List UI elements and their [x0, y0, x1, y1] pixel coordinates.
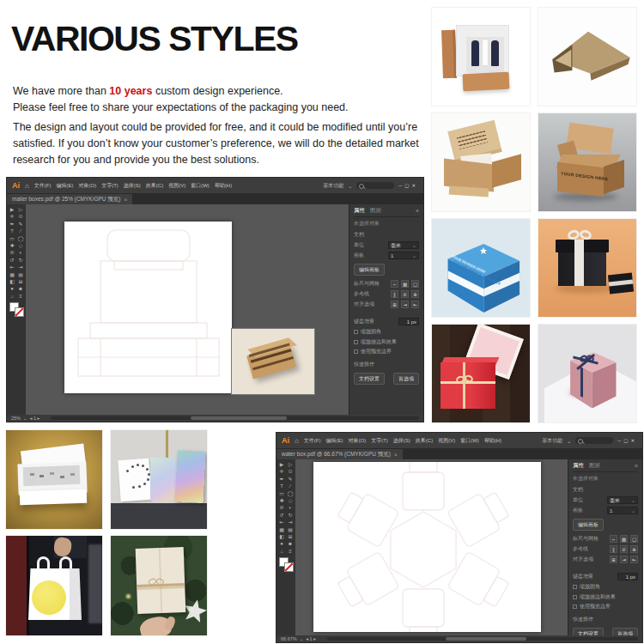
menu-item[interactable]: 文字(T) [371, 437, 388, 445]
fill-stroke-swatches[interactable] [279, 557, 294, 572]
home-icon[interactable]: ⌂ [295, 437, 299, 445]
tool-icon[interactable]: ◇ [19, 242, 23, 249]
guides-icon[interactable]: ∥ [610, 545, 617, 553]
window-controls[interactable]: ─▢✕ [617, 438, 637, 443]
ruler-grid-icon[interactable]: ⌐ [610, 535, 617, 543]
menu-item[interactable]: 选择(S) [124, 182, 141, 190]
menu-item[interactable]: 对象(O) [349, 437, 367, 445]
tool-icon[interactable]: ✚ [279, 497, 283, 504]
artboard-select[interactable]: 1⌄ [607, 507, 638, 514]
tool-icon[interactable]: ✛ [9, 213, 14, 220]
menu-item[interactable]: 窗口(W) [191, 182, 210, 190]
canvas[interactable] [295, 459, 568, 635]
tool-icon[interactable]: ✒ [9, 221, 14, 228]
checkbox[interactable] [354, 340, 358, 344]
tool-icon[interactable]: ⇥ [288, 519, 292, 526]
tool-icon[interactable]: ∕ [20, 228, 21, 234]
tool-icon[interactable]: ▦ [9, 271, 15, 278]
menu-item[interactable]: 对象(O) [79, 182, 97, 190]
menu-item[interactable]: 帮助(H) [484, 437, 501, 445]
ruler-grid-icon[interactable]: ▦ [401, 280, 409, 288]
tool-icon[interactable]: ● [280, 540, 283, 547]
tool-icon[interactable]: ⊞ [18, 278, 22, 285]
workspace-switcher[interactable]: 基本功能 [542, 437, 562, 445]
guides-icon[interactable]: ⊕ [411, 290, 419, 298]
menu-item[interactable]: 编辑(E) [57, 182, 74, 190]
tool-icon[interactable]: ● [10, 285, 14, 292]
document-tab[interactable]: mailer boxes.pdf @ 25% (CMYK/GPU 预览)× [7, 194, 132, 204]
menu-item[interactable]: 文件(F) [34, 182, 52, 190]
stroke-swatch[interactable] [15, 307, 24, 317]
tool-icon[interactable]: ◐ [19, 249, 22, 256]
panel-tab[interactable]: 属性 [573, 462, 584, 470]
panel-tab[interactable]: 属性 [354, 207, 365, 215]
ruler-grid-icon[interactable]: ⌐ [391, 280, 398, 288]
horizontal-scrollbar[interactable] [327, 637, 638, 641]
snap-icon[interactable]: ⊞ [610, 556, 617, 563]
tool-icon[interactable]: ▶ [10, 206, 15, 213]
menu-item[interactable]: 效果(C) [416, 437, 433, 445]
document-tab[interactable]: water box.pdf @ 66.67% (CMYK/GPU 预览)× [276, 449, 403, 459]
tool-icon[interactable]: ↻ [288, 512, 292, 519]
tool-icon[interactable]: T [10, 228, 14, 234]
tool-icon[interactable]: ≡ [19, 293, 22, 300]
tool-icon[interactable]: ◐ [289, 504, 292, 511]
search-input[interactable] [575, 437, 613, 444]
fill-stroke-swatches[interactable] [9, 302, 24, 317]
tool-icon[interactable]: ⊘ [9, 249, 14, 256]
tool-icon[interactable]: ⊙ [18, 213, 22, 220]
tool-icon[interactable]: ▷ [19, 206, 23, 213]
tool-icon[interactable]: ■ [19, 285, 22, 292]
tool-icon[interactable]: ✒ [279, 476, 283, 483]
horizontal-scrollbar[interactable] [51, 416, 419, 420]
tool-icon[interactable]: ▦ [279, 526, 284, 533]
guides-icon[interactable]: ∥ [391, 290, 398, 298]
tool-icon[interactable]: ▤ [18, 271, 23, 278]
snap-icon[interactable]: ⇥ [620, 556, 628, 563]
tool-icon[interactable]: ↺ [9, 257, 14, 264]
tool-icon[interactable]: ▭ [279, 490, 284, 497]
keyboard-increment-input[interactable]: 1 px [398, 318, 419, 325]
tool-icon[interactable]: ▷ [289, 461, 293, 468]
edit-artboard-button[interactable]: 编辑画板 [573, 519, 604, 531]
snap-icon[interactable]: ⇤ [411, 301, 419, 308]
tool-icon[interactable]: ✎ [18, 221, 22, 228]
zoom-level[interactable]: 66.67% [281, 636, 297, 641]
units-select[interactable]: 毫米⌄ [388, 241, 419, 249]
checkbox[interactable] [354, 330, 358, 334]
ruler-grid-icon[interactable]: ▢ [630, 535, 638, 543]
checkbox[interactable] [573, 585, 577, 589]
tool-icon[interactable]: ∕ [289, 483, 290, 489]
artboard-select[interactable]: 1⌄ [388, 252, 419, 259]
tool-icon[interactable]: ⌂ [10, 293, 14, 300]
tool-icon[interactable]: ◯ [288, 490, 294, 497]
tool-icon[interactable]: ⊞ [288, 533, 292, 540]
home-icon[interactable]: ⌂ [25, 182, 29, 190]
tool-icon[interactable]: ▶ [280, 461, 284, 468]
panel-menu-icon[interactable]: ≡ [416, 208, 419, 214]
tool-icon[interactable]: ◧ [279, 533, 284, 540]
tool-icon[interactable]: ⇤ [9, 264, 14, 270]
tool-icon[interactable]: ✚ [9, 242, 14, 249]
menu-item[interactable]: 帮助(H) [215, 182, 232, 190]
tool-icon[interactable]: ▭ [9, 235, 15, 242]
zoom-level[interactable]: 25% [11, 416, 21, 421]
snap-icon[interactable]: ⊞ [391, 301, 398, 308]
checkbox[interactable] [573, 595, 577, 599]
artboard[interactable] [64, 222, 232, 393]
tool-icon[interactable]: ◧ [9, 278, 15, 285]
tool-icon[interactable]: ◯ [18, 235, 24, 242]
tool-icon[interactable]: ⌂ [280, 548, 283, 555]
tool-icon[interactable]: ↺ [279, 512, 283, 519]
tool-icon[interactable]: ≡ [289, 548, 292, 555]
workspace-switcher[interactable]: 基本功能 [323, 182, 343, 190]
checkbox[interactable] [354, 349, 358, 354]
ruler-grid-icon[interactable]: ▢ [411, 280, 419, 288]
document-setup-button[interactable]: 文档设置 [354, 373, 385, 385]
tool-icon[interactable]: ✎ [288, 476, 292, 483]
search-input[interactable] [356, 182, 394, 189]
snap-icon[interactable]: ⇤ [630, 556, 638, 563]
panel-menu-icon[interactable]: ≡ [635, 463, 638, 469]
window-controls[interactable]: ─▢✕ [398, 183, 418, 188]
menu-item[interactable]: 文字(T) [101, 182, 118, 190]
